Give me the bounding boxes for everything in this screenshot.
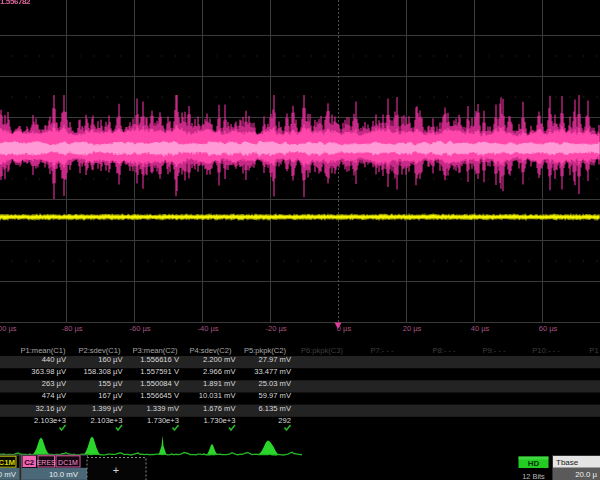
svg-text:1.399 µV: 1.399 µV — [92, 404, 123, 413]
svg-text:HD: HD — [528, 459, 540, 468]
svg-text:C2: C2 — [24, 458, 35, 467]
svg-text:160 µV: 160 µV — [98, 355, 123, 364]
svg-text:P2:sdev(C1): P2:sdev(C1) — [78, 346, 121, 355]
svg-text:363.98 µV: 363.98 µV — [31, 367, 67, 376]
svg-text:1.556645 V: 1.556645 V — [140, 391, 180, 400]
svg-text:P5:pkpk(C2): P5:pkpk(C2) — [244, 346, 287, 355]
svg-text:1.730e+3: 1.730e+3 — [147, 416, 179, 425]
svg-text:292: 292 — [278, 416, 291, 425]
svg-text:33.477 mV: 33.477 mV — [254, 367, 292, 376]
svg-text:ERES: ERES — [37, 459, 56, 466]
svg-text:167 µV: 167 µV — [98, 391, 123, 400]
svg-text:20.0 µ: 20.0 µ — [575, 470, 597, 479]
svg-text:P1: P1 — [589, 346, 598, 355]
svg-text:155 µV: 155 µV — [98, 379, 123, 388]
svg-text:2.200 mV: 2.200 mV — [203, 355, 236, 364]
svg-text:P1:mean(C1): P1:mean(C1) — [20, 346, 66, 355]
svg-text:-80 µs: -80 µs — [62, 324, 83, 333]
svg-text:P10:- - -: P10:- - - — [532, 346, 560, 355]
svg-text:-100 µs: -100 µs — [0, 324, 17, 333]
svg-text:20 µs: 20 µs — [403, 324, 422, 333]
svg-text:P4:sdev(C2): P4:sdev(C2) — [189, 346, 232, 355]
svg-text:1.339 mV: 1.339 mV — [146, 404, 179, 413]
svg-text:-20 µs: -20 µs — [266, 324, 287, 333]
svg-text:P6:pkpk(C3): P6:pkpk(C3) — [301, 346, 344, 355]
svg-text:P7:- - -: P7:- - - — [370, 346, 394, 355]
svg-text:2.966 mV: 2.966 mV — [203, 367, 236, 376]
svg-text:10.031 mV: 10.031 mV — [199, 391, 237, 400]
svg-text:25.03 mV: 25.03 mV — [258, 379, 291, 388]
svg-text:27.97 mV: 27.97 mV — [258, 355, 291, 364]
svg-text:-40 µs: -40 µs — [198, 324, 219, 333]
svg-text:59.97 mV: 59.97 mV — [258, 391, 291, 400]
svg-text:P8:- - -: P8:- - - — [432, 346, 456, 355]
svg-text:DC1M: DC1M — [58, 459, 78, 466]
svg-text:12 Bits: 12 Bits — [522, 472, 545, 480]
svg-text:474 µV: 474 µV — [42, 391, 67, 400]
svg-text:6.135 mV: 6.135 mV — [258, 404, 291, 413]
svg-text:DC1M: DC1M — [0, 458, 15, 467]
svg-text:0 mV: 0 mV — [0, 470, 17, 479]
svg-text:1.556616 V: 1.556616 V — [140, 355, 180, 364]
svg-text:1.550084 V: 1.550084 V — [140, 379, 180, 388]
svg-text:32.16 µV: 32.16 µV — [35, 404, 66, 413]
svg-text:40 µs: 40 µs — [471, 324, 490, 333]
svg-text:263 µV: 263 µV — [42, 379, 67, 388]
svg-text:P9:- - -: P9:- - - — [482, 346, 506, 355]
svg-text:1.891 mV: 1.891 mV — [203, 379, 236, 388]
svg-text:2.103e+3: 2.103e+3 — [34, 416, 66, 425]
svg-text:440 µV: 440 µV — [42, 355, 67, 364]
svg-text:1.556782: 1.556782 — [0, 0, 31, 6]
svg-text:+: + — [113, 464, 119, 476]
svg-text:-60 µs: -60 µs — [130, 324, 151, 333]
svg-text:P3:mean(C2): P3:mean(C2) — [132, 346, 178, 355]
svg-text:Tbase: Tbase — [556, 458, 579, 467]
svg-text:10.0 mV: 10.0 mV — [49, 470, 79, 479]
svg-text:158.308 µV: 158.308 µV — [84, 367, 124, 376]
svg-text:1.557591 V: 1.557591 V — [140, 367, 180, 376]
svg-text:60 µs: 60 µs — [539, 324, 558, 333]
svg-text:1.730e+3: 1.730e+3 — [204, 416, 236, 425]
svg-text:1.676 mV: 1.676 mV — [203, 404, 236, 413]
svg-text:2.103e+3: 2.103e+3 — [91, 416, 123, 425]
